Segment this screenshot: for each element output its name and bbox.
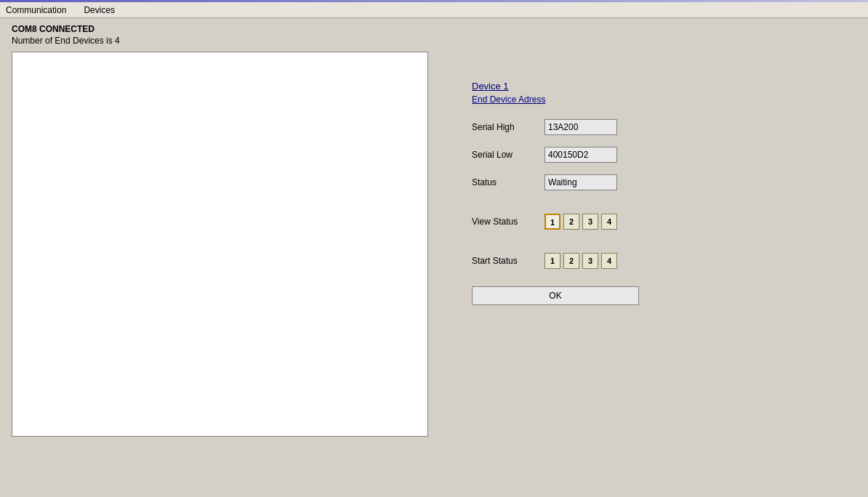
menu-devices[interactable]: Devices <box>81 4 118 16</box>
view-status-btn-2[interactable]: 2 <box>563 214 579 230</box>
status-row: Status <box>472 174 842 190</box>
view-status-label: View Status <box>472 217 544 227</box>
serial-low-label: Serial Low <box>472 150 544 160</box>
start-status-row: Start Status 1 2 3 4 <box>472 253 842 269</box>
start-status-btn-1[interactable]: 1 <box>544 253 560 269</box>
device-panel: Device 1 End Device Adress Serial High S… <box>443 52 856 437</box>
serial-high-row: Serial High <box>472 119 842 135</box>
ok-button[interactable]: OK <box>472 286 639 305</box>
menu-communication[interactable]: Communication <box>3 4 69 16</box>
status-area: COM8 CONNECTED Number of End Devices is … <box>0 18 868 49</box>
view-status-btn-1[interactable]: 1 <box>544 214 560 230</box>
start-status-label: Start Status <box>472 256 544 266</box>
device-count: Number of End Devices is 4 <box>12 36 856 46</box>
log-panel <box>12 52 428 437</box>
start-status-btn-2[interactable]: 2 <box>563 253 579 269</box>
status-field-label: Status <box>472 177 544 187</box>
status-field-input[interactable] <box>544 174 617 190</box>
serial-low-input[interactable] <box>544 147 617 163</box>
connection-status: COM8 CONNECTED <box>12 24 856 34</box>
serial-high-input[interactable] <box>544 119 617 135</box>
start-status-btn-3[interactable]: 3 <box>582 253 598 269</box>
serial-low-row: Serial Low <box>472 147 842 163</box>
serial-high-label: Serial High <box>472 122 544 132</box>
device-subtitle: End Device Adress <box>472 94 842 105</box>
main-content: Device 1 End Device Adress Serial High S… <box>0 49 868 448</box>
device-title: Device 1 <box>472 81 842 92</box>
view-status-btn-4[interactable]: 4 <box>601 214 617 230</box>
menubar: Communication Devices <box>0 2 868 18</box>
view-status-btn-3[interactable]: 3 <box>582 214 598 230</box>
view-status-row: View Status 1 2 3 4 <box>472 214 842 230</box>
start-status-btn-4[interactable]: 4 <box>601 253 617 269</box>
